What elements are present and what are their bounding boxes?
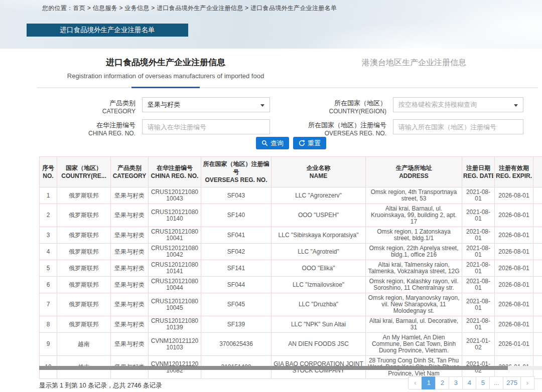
cell-china-reg-no: CRUS12012108010042: [149, 244, 201, 260]
reset-button[interactable]: 重置: [293, 137, 326, 149]
pagination-item[interactable]: ‹: [408, 376, 422, 389]
cell-overseas-reg-no: SF044: [201, 277, 272, 293]
cell-no: 4: [40, 244, 57, 260]
records-summary: 显示第 1 到第 10 条记录，总共 2746 条记录: [39, 381, 162, 390]
cell-china-reg-no: CRUS12012108010141: [149, 260, 201, 277]
country-select[interactable]: 按空格键检索支持模糊查询: [393, 97, 523, 112]
cell-reg-expiry: 2026-08-01: [495, 260, 533, 277]
search-icon: [261, 140, 268, 146]
cell-country: 俄罗斯联邦: [57, 293, 111, 316]
cell-overseas-reg-no: SF043: [201, 187, 272, 204]
cell-china-reg-no: CRUS12012108010139: [149, 316, 201, 333]
cell-reg-date: 2021-08-01: [462, 204, 495, 227]
breadcrumb[interactable]: 您的位置：首页 > 信息服务 > 业务信息 > 进口食品境外生产企业注册信息 >…: [42, 4, 337, 13]
chevron-down-icon: [514, 104, 518, 107]
cell-address: Omsk region, Kalashky rayon, vil. Sorosh…: [366, 277, 462, 293]
cell-country: 俄罗斯联邦: [57, 244, 111, 260]
page: 您的位置：首页 > 信息服务 > 业务信息 > 进口食品境外生产企业注册信息 >…: [0, 0, 542, 392]
cell-address: Omsk region, 1 Zatonskaya street, bldg.1…: [366, 227, 462, 244]
cell-overseas-reg-no: 3700625436: [201, 333, 272, 356]
cell-china-reg-no: CVNM12012112010103: [149, 333, 201, 356]
table-row: 1 俄罗斯联邦 坚果与籽类 CRUS12012108010043 SF043 L…: [40, 187, 542, 204]
cell-no: 8: [40, 316, 57, 333]
cell-no: 3: [40, 227, 57, 244]
pagination-item[interactable]: 5: [476, 376, 490, 389]
column-header: 生产场所地址 ADDRESS: [366, 157, 462, 187]
pagination: ‹ 1 2 3 4 5 ... 275 ›: [409, 376, 534, 389]
cell-address: Altai krai, Barnaul, ul. Decorative, 31: [366, 316, 462, 333]
cell-no: 7: [40, 293, 57, 316]
cell-no: 9: [40, 333, 57, 356]
cell-no: 1: [40, 187, 57, 204]
cell-spacer: [533, 333, 542, 356]
tab-overseas-registration-info[interactable]: 进口食品境外生产企业注册信息 Registration information …: [45, 57, 286, 80]
table-row: 8 俄罗斯联邦 坚果与籽类 CRUS12012108010139 SF139 L…: [40, 316, 542, 333]
cell-category: 坚果与籽类: [111, 187, 149, 204]
tab-hmt-registration-info[interactable]: 港澳台地区生产企业注册信息: [331, 58, 497, 68]
cell-no: 6: [40, 277, 57, 293]
cell-name: LLC "Izmailovskoe": [272, 277, 366, 293]
cell-reg-expiry: 2026-08-01: [495, 227, 533, 244]
cell-spacer: [533, 316, 542, 333]
cell-category: 坚果与籽类: [111, 244, 149, 260]
cell-address: Omsk region, 22th Aprelya street, bldg.1…: [366, 244, 462, 260]
cell-reg-date: 2021-08-01: [462, 260, 495, 277]
content-area: 进口食品境外生产企业注册信息 Registration information …: [0, 49, 542, 392]
cell-reg-date: 2021-01-02: [462, 333, 495, 356]
column-header: 注册日期 REG. DATE: [462, 157, 495, 187]
results-table: 序号 NO. 国家（地区） COUNTRY(RE... 产品类别 CATEGOR…: [39, 156, 542, 379]
pagination-item[interactable]: 1: [422, 376, 436, 389]
overseas-reg-input[interactable]: [393, 119, 523, 134]
cell-spacer: [533, 260, 542, 277]
category-select[interactable]: 坚果与籽类: [142, 97, 270, 112]
cell-reg-expiry: 2026-08-01: [495, 316, 533, 333]
cell-country: 越南: [57, 333, 111, 356]
pagination-item[interactable]: 4: [462, 376, 476, 389]
cell-category: 坚果与籽类: [111, 293, 149, 316]
horizontal-scrollbar-track[interactable]: [39, 366, 542, 370]
tab-registered-list[interactable]: 进口食品境外生产企业注册名单: [27, 24, 188, 37]
cell-china-reg-no: CRUS12012108010044: [149, 277, 201, 293]
cell-reg-date: 2021-08-01: [462, 244, 495, 260]
tab-divider: [37, 87, 538, 88]
cell-china-reg-no: CRUS12012108010043: [149, 187, 201, 204]
cell-category: 坚果与籽类: [111, 227, 149, 244]
country-label: 所在国家（地区） COUNTRY(REGION): [291, 99, 386, 116]
cell-address: Altai krai, Talmensky raion, Talmenka, V…: [366, 260, 462, 277]
column-header: 产品类别 CATEGORY: [111, 157, 149, 187]
cell-spacer: [533, 187, 542, 204]
cell-spacer: [533, 244, 542, 260]
cell-category: 坚果与籽类: [111, 316, 149, 333]
pagination-item[interactable]: 275: [503, 376, 521, 389]
horizontal-scrollbar-thumb[interactable]: [39, 366, 508, 370]
pagination-item[interactable]: 2: [435, 376, 449, 389]
cell-reg-date: 2021-08-01: [462, 277, 495, 293]
cell-overseas-reg-no: SF140: [201, 204, 272, 227]
cell-country: 俄罗斯联邦: [57, 227, 111, 244]
category-label: 产品类别 CATEGORY: [65, 99, 136, 116]
china-reg-label: 在华注册编号 CHINA REG. NO.: [65, 121, 136, 138]
cell-category: 坚果与籽类: [111, 204, 149, 227]
cell-name: LLC "Druzhba": [272, 293, 366, 316]
cell-china-reg-no: CRUS12012108010140: [149, 204, 201, 227]
table-row: 4 俄罗斯联邦 坚果与籽类 CRUS12012108010042 SF042 L…: [40, 244, 542, 260]
cell-reg-expiry: 2026-08-01: [495, 187, 533, 204]
cell-overseas-reg-no: SF041: [201, 227, 272, 244]
cell-overseas-reg-no: SF045: [201, 293, 272, 316]
overseas-reg-label: 所在国家（地区）注册编号 OVERSEAS REG. NO.: [281, 121, 386, 138]
cell-country: 俄罗斯联邦: [57, 316, 111, 333]
pagination-item[interactable]: 3: [449, 376, 463, 389]
search-button[interactable]: 查询: [256, 137, 289, 149]
cell-no: 5: [40, 260, 57, 277]
column-header: 所在国家（地区）注册编号 OVERSEAS REG. NO.: [201, 157, 272, 187]
sky-header-banner: 您的位置：首页 > 信息服务 > 业务信息 > 进口食品境外生产企业注册信息 >…: [0, 0, 542, 49]
cell-overseas-reg-no: SF141: [201, 260, 272, 277]
refresh-icon: [299, 140, 305, 146]
active-tab-indicator: [131, 87, 200, 88]
china-reg-input[interactable]: [142, 119, 270, 134]
cell-overseas-reg-no: SF139: [201, 316, 272, 333]
table-header-row: 序号 NO. 国家（地区） COUNTRY(RE... 产品类别 CATEGOR…: [40, 157, 542, 187]
cell-country: 俄罗斯联邦: [57, 277, 111, 293]
country-select-placeholder: 按空格键检索支持模糊查询: [398, 100, 477, 109]
pagination-item[interactable]: ›: [520, 376, 534, 389]
